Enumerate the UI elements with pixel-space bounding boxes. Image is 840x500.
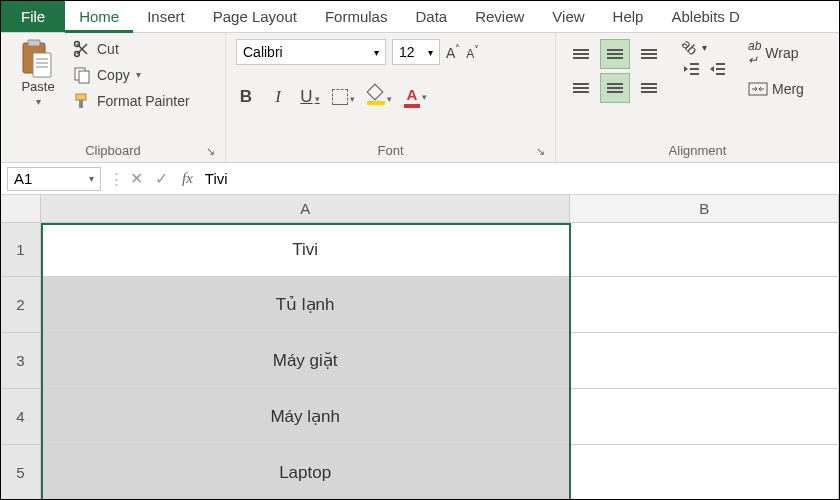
underline-button[interactable]: U▾	[300, 87, 320, 107]
indent-icon	[708, 61, 726, 77]
fx-icon[interactable]: fx	[174, 170, 201, 187]
row-header-3[interactable]: 3	[1, 333, 41, 389]
worksheet-grid[interactable]: A B 1 Tivi 2 Tủ lạnh 3 Máy giặt 4 Máy lạ…	[1, 195, 839, 500]
menu-help[interactable]: Help	[599, 1, 658, 32]
menu-page-layout[interactable]: Page Layout	[199, 1, 311, 32]
svg-rect-18	[749, 83, 767, 95]
font-color-button[interactable]: A▾	[404, 85, 427, 108]
format-painter-button[interactable]: Format Painter	[73, 91, 190, 111]
cell-a3[interactable]: Máy giặt	[41, 333, 570, 389]
chevron-down-icon: ▾	[428, 47, 433, 58]
merge-button[interactable]: Merg	[748, 81, 804, 97]
paintbrush-icon	[73, 92, 91, 110]
font-color-icon: A	[404, 85, 420, 108]
orientation-button[interactable]: ab▾	[682, 39, 726, 55]
dialog-launcher-icon[interactable]: ↘	[536, 145, 545, 158]
cell-a4[interactable]: Máy lạnh	[41, 389, 570, 445]
chevron-down-icon: ▾	[374, 47, 379, 58]
menu-view[interactable]: View	[538, 1, 598, 32]
row-header-2[interactable]: 2	[1, 277, 41, 333]
outdent-icon	[682, 61, 700, 77]
dialog-launcher-icon[interactable]: ↘	[206, 145, 215, 158]
menu-formulas[interactable]: Formulas	[311, 1, 402, 32]
alignment-grid	[566, 39, 664, 103]
bold-button[interactable]: B	[236, 87, 256, 107]
group-clipboard: Paste ▾ Cut Copy ▾ Format Painter C	[1, 33, 226, 162]
cell-b2[interactable]	[570, 277, 839, 333]
font-family-value: Calibri	[243, 44, 283, 60]
font-size-select[interactable]: 12 ▾	[392, 39, 440, 65]
chevron-down-icon: ▾	[89, 173, 94, 184]
cell-b5[interactable]	[570, 445, 839, 500]
clipboard-icon	[21, 39, 55, 79]
orientation-icon: ab	[679, 36, 701, 58]
vertical-dots-icon: ⋮	[109, 170, 124, 188]
align-right[interactable]	[634, 73, 664, 103]
menu-review[interactable]: Review	[461, 1, 538, 32]
formula-bar: A1 ▾ ⋮ ✕ ✓ fx	[1, 163, 839, 195]
merge-icon	[748, 82, 768, 96]
column-header-a[interactable]: A	[41, 195, 570, 223]
svg-rect-1	[28, 40, 40, 46]
paste-button[interactable]: Paste ▾	[11, 39, 65, 107]
menu-ablebits[interactable]: Ablebits D	[657, 1, 753, 32]
wrap-icon: ab↵	[748, 39, 761, 67]
font-family-select[interactable]: Calibri ▾	[236, 39, 386, 65]
name-box[interactable]: A1 ▾	[7, 167, 101, 191]
svg-rect-2	[33, 53, 51, 77]
chevron-down-icon: ▾	[136, 65, 141, 85]
menu-insert[interactable]: Insert	[133, 1, 199, 32]
menu-file[interactable]: File	[1, 1, 65, 32]
enter-button[interactable]: ✓	[149, 169, 174, 188]
cut-label: Cut	[97, 39, 119, 59]
fill-color-button[interactable]: ▾	[367, 86, 392, 107]
align-center[interactable]	[600, 73, 630, 103]
copy-button[interactable]: Copy ▾	[73, 65, 190, 85]
align-left[interactable]	[566, 73, 596, 103]
decrease-indent-button[interactable]	[682, 61, 700, 77]
row-header-5[interactable]: 5	[1, 445, 41, 500]
increase-indent-button[interactable]	[708, 61, 726, 77]
font-group-label: Font	[377, 143, 403, 158]
bucket-icon	[367, 86, 385, 102]
ribbon: Paste ▾ Cut Copy ▾ Format Painter C	[1, 33, 839, 163]
cancel-button[interactable]: ✕	[124, 169, 149, 188]
cut-button[interactable]: Cut	[73, 39, 190, 59]
menu-data[interactable]: Data	[401, 1, 461, 32]
alignment-group-label: Alignment	[669, 143, 727, 158]
menu-bar: File Home Insert Page Layout Formulas Da…	[1, 1, 839, 33]
column-header-b[interactable]: B	[570, 195, 839, 223]
chevron-down-icon: ▾	[702, 42, 707, 53]
formula-input[interactable]	[201, 170, 839, 187]
cell-b3[interactable]	[570, 333, 839, 389]
wrap-label: Wrap	[765, 45, 798, 61]
cell-a5[interactable]: Laptop	[41, 445, 570, 500]
menu-home[interactable]: Home	[65, 1, 133, 33]
align-top-right[interactable]	[634, 39, 664, 69]
wrap-text-button[interactable]: ab↵ Wrap	[748, 39, 804, 67]
group-alignment: ab▾ ab↵ Wrap Merg	[556, 33, 839, 162]
svg-rect-9	[79, 71, 89, 83]
increase-font-button[interactable]: A˄	[446, 43, 460, 61]
cell-b4[interactable]	[570, 389, 839, 445]
cell-a1[interactable]: Tivi	[41, 223, 570, 277]
row-header-4[interactable]: 4	[1, 389, 41, 445]
copy-icon	[73, 66, 91, 84]
cell-a2[interactable]: Tủ lạnh	[41, 277, 570, 333]
group-font: Calibri ▾ 12 ▾ A˄ A˅ B I U▾ ▾ ▾ A▾ Font↘	[226, 33, 556, 162]
scissors-icon	[73, 40, 91, 58]
merge-label: Merg	[772, 81, 804, 97]
chevron-down-icon: ▾	[36, 96, 41, 107]
select-all-corner[interactable]	[1, 195, 41, 223]
row-header-1[interactable]: 1	[1, 223, 41, 277]
italic-button[interactable]: I	[268, 87, 288, 107]
cell-b1[interactable]	[570, 223, 839, 277]
clipboard-group-label: Clipboard	[85, 143, 141, 158]
align-top-center[interactable]	[600, 39, 630, 69]
font-size-value: 12	[399, 44, 415, 60]
decrease-font-button[interactable]: A˅	[466, 44, 479, 61]
paste-label: Paste	[21, 79, 54, 94]
name-box-value: A1	[14, 170, 32, 187]
borders-button[interactable]: ▾	[332, 87, 355, 107]
align-top-left[interactable]	[566, 39, 596, 69]
